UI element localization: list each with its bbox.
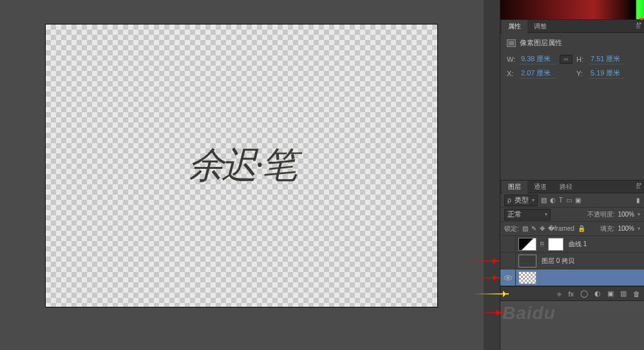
layer-thumb	[518, 255, 536, 267]
link-wh-button[interactable]: ⇔	[560, 55, 573, 64]
fill-value[interactable]: 100%	[618, 225, 634, 232]
layer-list: ⎘ 曲线 1 图层 0 拷贝	[500, 236, 644, 286]
properties-panel: ▸▸ 属性 调整 ≡ 像素图层属性 W: 9.38 厘米 ⇔ H: 7.51 厘…	[500, 20, 644, 180]
tab-paths[interactable]: 路径	[553, 180, 579, 193]
annotation-arrow	[473, 293, 509, 295]
lock-position-icon[interactable]: ✥	[540, 225, 545, 232]
panel-collapse-icon[interactable]: ▸▸	[635, 20, 644, 26]
tab-adjustments[interactable]: 调整	[527, 20, 553, 33]
blend-mode-dropdown[interactable]: 正常 ▾	[504, 209, 551, 220]
tab-properties[interactable]: 属性	[502, 20, 527, 33]
delete-layer-icon[interactable]: 🗑	[633, 290, 640, 298]
pixel-layer-icon	[507, 39, 516, 47]
lock-artboard-icon[interactable]: �framed	[548, 225, 574, 232]
lock-all-icon[interactable]: 🔒	[578, 225, 585, 232]
layer-name[interactable]: 图层 0 拷贝	[539, 257, 574, 266]
lock-fill-row: 锁定: ▨ ✎ ✥ �framed 🔒 填充: 100% ▾	[500, 222, 644, 236]
eye-icon	[504, 275, 512, 280]
layer-row-curves[interactable]: ⎘ 曲线 1	[500, 236, 644, 253]
chevron-down-icon[interactable]: ▾	[638, 226, 640, 231]
tab-layers[interactable]: 图层	[502, 180, 527, 193]
annotation-arrow	[464, 260, 499, 262]
visibility-toggle[interactable]	[500, 269, 516, 286]
layer-mask-icon[interactable]: ◯	[580, 289, 588, 298]
filter-type-icon[interactable]: T	[559, 197, 563, 204]
filter-kind-dropdown[interactable]: ρ 类型 ▾	[504, 195, 538, 206]
width-value[interactable]: 9.38 厘米	[520, 54, 556, 64]
lock-label: 锁定:	[504, 224, 519, 233]
filter-pixel-icon[interactable]: ▧	[541, 197, 547, 204]
layer-mask-thumb[interactable]	[548, 238, 564, 251]
color-panel: ▸▸	[500, 0, 644, 20]
layer-filter-row: ρ 类型 ▾ ▧ ◐ T ▭ ▣ ▮	[500, 193, 644, 208]
lock-paint-icon[interactable]: ✎	[531, 225, 536, 232]
signature-artwork: 余迟·笔	[188, 141, 295, 190]
fill-label: 填充:	[600, 224, 615, 233]
annotation-arrow	[477, 312, 502, 313]
adjustment-thumb-icon	[518, 238, 536, 251]
annotation-arrow	[473, 277, 499, 278]
layer-name[interactable]: 曲线 1	[566, 240, 587, 249]
properties-title-row: 像素图层属性	[507, 38, 638, 48]
tab-channels[interactable]: 通道	[527, 180, 553, 193]
width-label: W:	[507, 55, 516, 63]
watermark: Baidu	[502, 303, 556, 324]
layers-tabs: 图层 通道 路径 ≡	[500, 180, 644, 193]
lock-transparent-icon[interactable]: ▨	[522, 225, 528, 232]
properties-tabs: 属性 调整 ≡	[500, 20, 644, 33]
filter-shape-icon[interactable]: ▭	[566, 197, 572, 204]
layer-row-selected[interactable]	[500, 269, 644, 286]
blend-opacity-row: 正常 ▾ 不透明度: 100% ▾	[500, 208, 644, 222]
height-label: H:	[576, 55, 585, 63]
visibility-toggle[interactable]	[500, 253, 516, 269]
canvas-workspace: 余迟·笔	[0, 0, 482, 350]
layers-panel: ▸▸ 图层 通道 路径 ≡ ρ 类型 ▾ ▧ ◐ T ▭ ▣	[500, 180, 644, 301]
layer-row-copy[interactable]: 图层 0 拷贝	[500, 253, 644, 269]
x-value[interactable]: 2.07 厘米	[520, 68, 556, 79]
chevron-down-icon[interactable]: ▾	[638, 211, 640, 217]
y-value[interactable]: 5.19 厘米	[589, 68, 625, 79]
layer-style-icon[interactable]: fx	[568, 290, 574, 298]
layer-thumb	[518, 271, 536, 284]
panel-collapse-icon[interactable]: ▸▸	[635, 180, 644, 187]
filter-smart-icon[interactable]: ▣	[575, 197, 581, 204]
opacity-label: 不透明度:	[587, 210, 615, 219]
group-icon[interactable]: ▣	[607, 289, 614, 298]
adjustment-layer-icon[interactable]: ◐	[594, 289, 601, 298]
visibility-toggle[interactable]	[500, 236, 516, 253]
collapsed-panel-dock[interactable]	[484, 0, 500, 350]
new-layer-icon[interactable]: ▥	[620, 289, 627, 298]
layers-footer: ⎆ fx ◯ ◐ ▣ ▥ 🗑	[500, 286, 644, 300]
mask-link-icon[interactable]: ⎘	[539, 240, 545, 248]
search-icon: ρ	[507, 197, 511, 204]
opacity-value[interactable]: 100%	[618, 211, 634, 218]
position-row-xy: X: 2.07 厘米 Y: 5.19 厘米	[507, 68, 638, 79]
document-canvas[interactable]: 余迟·笔	[46, 24, 437, 307]
filter-toggle[interactable]: ▮	[636, 197, 640, 204]
filter-adjust-icon[interactable]: ◐	[550, 197, 556, 204]
color-ramp[interactable]	[500, 0, 644, 19]
chevron-down-icon: ▾	[545, 211, 547, 217]
y-label: Y:	[576, 70, 585, 77]
x-label: X:	[507, 70, 516, 77]
properties-title: 像素图层属性	[520, 38, 562, 48]
dimension-row-wh: W: 9.38 厘米 ⇔ H: 7.51 厘米	[507, 54, 638, 64]
height-value[interactable]: 7.51 厘米	[589, 54, 625, 64]
chevron-down-icon: ▾	[532, 197, 535, 203]
link-layers-icon[interactable]: ⎆	[557, 290, 562, 298]
right-panels: ▸▸ ▸▸ 属性 调整 ≡ 像素图层属性 W: 9.38 厘米 ⇔ H:	[484, 0, 644, 350]
